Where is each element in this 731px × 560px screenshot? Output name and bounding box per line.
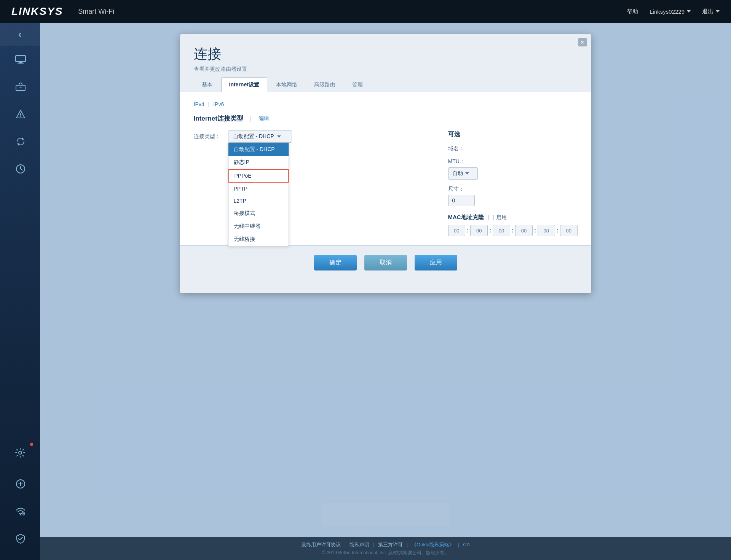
sync-icon bbox=[16, 137, 26, 146]
header-right: 帮助 Linksys02229 退出 bbox=[627, 8, 720, 15]
help-link[interactable]: 帮助 bbox=[627, 8, 638, 15]
logout-label: 退出 bbox=[702, 8, 713, 15]
tab-admin[interactable]: 管理 bbox=[344, 77, 371, 92]
svg-rect-6 bbox=[20, 116, 21, 117]
svg-point-14 bbox=[20, 514, 21, 515]
connection-type-label: 连接类型： bbox=[194, 133, 228, 140]
smart-wifi-label: Smart Wi-Fi bbox=[78, 8, 114, 16]
dropdown-item-bridge[interactable]: 桥接模式 bbox=[228, 207, 289, 220]
optional-title: 可选 bbox=[448, 130, 578, 138]
mac-field-1[interactable]: 00 bbox=[448, 225, 466, 236]
mac-field-5[interactable]: 00 bbox=[538, 225, 555, 236]
select-value: 自动配置 - DHCP bbox=[233, 133, 274, 140]
sidebar-item-update[interactable] bbox=[0, 470, 40, 498]
router-name: Linksys02229 bbox=[650, 8, 685, 15]
mtu-row: 自动 bbox=[448, 167, 578, 180]
sidebar-back-button[interactable]: ‹ bbox=[0, 23, 40, 46]
select-button[interactable]: 自动配置 - DHCP bbox=[228, 130, 292, 143]
dialog-tabs: 基本 Internet设置 本地网络 高级路由 管理 bbox=[180, 77, 591, 92]
svg-line-9 bbox=[21, 169, 22, 170]
mac-sep-4: : bbox=[534, 227, 536, 234]
footer-link-eula[interactable]: 最终用户许可协议 bbox=[297, 541, 345, 548]
dropdown-item-wireless-bridge[interactable]: 无线桥接 bbox=[228, 233, 289, 246]
mac-enable-row: 启用 bbox=[488, 214, 507, 221]
sidebar: ‹ bbox=[0, 23, 40, 560]
apply-button[interactable]: 应用 bbox=[415, 255, 457, 270]
dropdown-menu: 自动配置 - DHCP 静态IP PPPoE PPTP L2TP 桥接模式 无线… bbox=[228, 143, 289, 246]
router-dropdown[interactable]: Linksys02229 bbox=[650, 8, 691, 15]
mtu-size-label: 尺寸： bbox=[448, 186, 578, 192]
mac-field-6[interactable]: 00 bbox=[560, 225, 578, 236]
svg-rect-2 bbox=[18, 63, 24, 64]
sidebar-item-devices[interactable] bbox=[0, 46, 40, 73]
dialog-background: × 连接 查看并更改路由器设置 基本 Internet设置 本地网络 高级路由 … bbox=[40, 23, 731, 560]
mac-sep-2: : bbox=[489, 227, 491, 234]
mac-sep-3: : bbox=[512, 227, 514, 234]
dropdown-item-pppoe[interactable]: PPPoE bbox=[228, 169, 289, 183]
tab-basic[interactable]: 基本 bbox=[194, 77, 220, 92]
toolbox-icon bbox=[16, 83, 26, 91]
footer-copyright: © 2019 Belkin International, Inc. 及/或其附属… bbox=[322, 550, 449, 556]
ipv4-link[interactable]: IPv4 bbox=[194, 101, 204, 107]
tab-internet[interactable]: Internet设置 bbox=[221, 77, 267, 92]
sidebar-item-tools[interactable] bbox=[0, 73, 40, 100]
connection-type-row: 连接类型： 自动配置 - DHCP 自动配置 - DHCP bbox=[194, 130, 437, 143]
form-left: 连接类型： 自动配置 - DHCP 自动配置 - DHCP bbox=[194, 130, 437, 149]
dialog-subtitle: 查看并更改路由器设置 bbox=[194, 66, 578, 73]
select-chevron-icon bbox=[277, 135, 281, 138]
dialog-close-button[interactable]: × bbox=[578, 38, 587, 46]
logo-area: LINKSYS Smart Wi-Fi bbox=[11, 5, 114, 18]
ipv6-link[interactable]: IPv6 bbox=[213, 101, 224, 107]
mtu-label: MTU： bbox=[448, 158, 578, 165]
mac-field-4[interactable]: 00 bbox=[515, 225, 533, 236]
mtu-chevron-icon bbox=[465, 172, 469, 175]
logo: LINKSYS bbox=[11, 5, 63, 18]
cancel-button[interactable]: 取消 bbox=[364, 255, 407, 270]
svg-rect-4 bbox=[19, 88, 22, 88]
dropdown-item-static[interactable]: 静态IP bbox=[228, 156, 289, 169]
sidebar-item-settings[interactable] bbox=[0, 439, 40, 466]
main-content: × 连接 查看并更改路由器设置 基本 Internet设置 本地网络 高级路由 … bbox=[40, 23, 731, 560]
svg-rect-5 bbox=[20, 113, 21, 116]
connection-type-select[interactable]: 自动配置 - DHCP 自动配置 - DHCP 静态IP PPPoE PPTP bbox=[228, 130, 292, 143]
header: LINKSYS Smart Wi-Fi 帮助 Linksys02229 退出 bbox=[0, 0, 731, 23]
mtu-size-field: 尺寸： bbox=[448, 186, 578, 206]
mtu-mode-select[interactable]: 自动 bbox=[448, 167, 478, 180]
dropdown-item-pptp[interactable]: PPTP bbox=[228, 183, 289, 195]
router-dropdown-chevron bbox=[687, 10, 691, 13]
form-right: 可选 域名： MTU： 自动 bbox=[448, 130, 578, 236]
mtu-size-input[interactable] bbox=[448, 195, 475, 206]
sidebar-item-sync[interactable] bbox=[0, 128, 40, 155]
dropdown-item-l2tp[interactable]: L2TP bbox=[228, 195, 289, 207]
clock-icon bbox=[16, 164, 26, 174]
layout: ‹ bbox=[0, 23, 731, 560]
tab-advanced[interactable]: 高级路由 bbox=[306, 77, 343, 92]
mac-inputs: 00 : 00 : 00 : 00 : 00 : bbox=[448, 225, 578, 236]
mac-enable-checkbox[interactable] bbox=[488, 215, 494, 220]
form-row: 连接类型： 自动配置 - DHCP 自动配置 - DHCP bbox=[194, 130, 578, 236]
footer-link-privacy[interactable]: 隐私声明 bbox=[346, 541, 373, 548]
section-title: Internet连接类型 bbox=[194, 114, 243, 123]
section-edit-link[interactable]: 编辑 bbox=[259, 115, 269, 122]
footer-link-ookla[interactable]: 《Ookla隐私策略》 bbox=[408, 541, 458, 548]
mac-field-3[interactable]: 00 bbox=[493, 225, 510, 236]
footer-link-third-party[interactable]: 第三方许可 bbox=[374, 541, 407, 548]
footer-link-ca[interactable]: CA bbox=[459, 542, 474, 547]
sidebar-item-alerts[interactable] bbox=[0, 100, 40, 128]
tab-local-net[interactable]: 本地网络 bbox=[268, 77, 305, 92]
sidebar-item-security[interactable] bbox=[0, 525, 40, 552]
dropdown-item-dhcp[interactable]: 自动配置 - DHCP bbox=[228, 143, 289, 156]
confirm-button[interactable]: 确定 bbox=[314, 255, 357, 270]
footer-links: 最终用户许可协议 | 隐私声明 | 第三方许可 | 《Ookla隐私策略》 | … bbox=[297, 541, 474, 548]
sidebar-item-wifi[interactable] bbox=[0, 498, 40, 525]
dropdown-item-repeater[interactable]: 无线中继器 bbox=[228, 220, 289, 233]
mtu-mode-value: 自动 bbox=[452, 170, 463, 177]
logout-dropdown[interactable]: 退出 bbox=[702, 8, 720, 15]
mac-field-2[interactable]: 00 bbox=[470, 225, 488, 236]
sidebar-item-clock[interactable] bbox=[0, 155, 40, 183]
plus-circle-icon bbox=[16, 479, 26, 489]
alert-icon bbox=[16, 110, 26, 119]
sidebar-bottom bbox=[0, 439, 40, 560]
wifi-config-icon bbox=[15, 507, 26, 516]
back-arrow-icon: ‹ bbox=[18, 28, 22, 40]
